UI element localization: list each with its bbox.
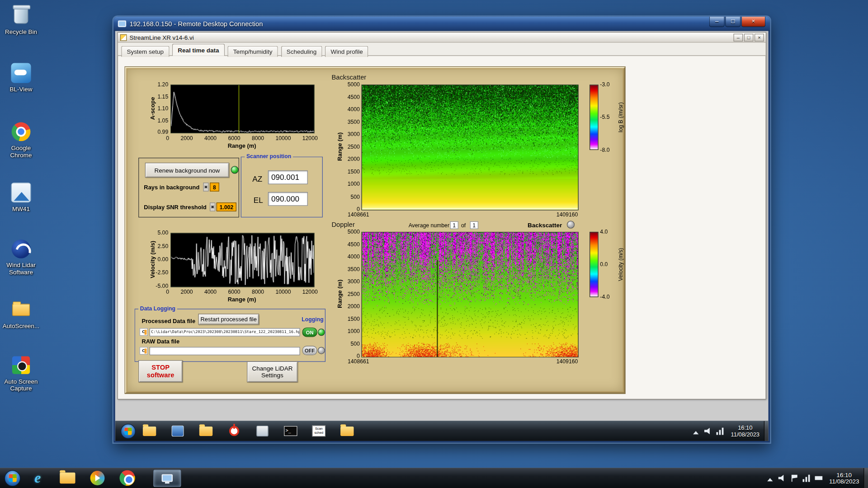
desktop-icon-google-chrome[interactable]: Google Chrome — [0, 121, 42, 159]
app-minimize-button[interactable]: – — [733, 34, 743, 42]
host-taskbar-icon-explorer[interactable] — [58, 470, 77, 487]
desktop-icon-mw41[interactable]: MW41 — [0, 182, 42, 213]
scanner-position-group: Scanner position AZ 090.001 EL 090.000 — [241, 157, 323, 218]
renew-background-button[interactable]: Renew background now — [145, 163, 229, 178]
bl-view-icon — [10, 62, 32, 84]
change-lidar-settings-button[interactable]: Change LiDAR Settings — [247, 361, 298, 383]
host-hidden-icons-arrow[interactable] — [767, 475, 773, 481]
app-titlebar[interactable]: StreamLine XR v14-6.vi – □ × — [118, 33, 766, 42]
tab-system-setup[interactable]: System setup — [121, 46, 169, 57]
snr-threshold-value[interactable]: 1.002 — [217, 202, 236, 211]
doppler-y-axis-label: Range (m) — [336, 280, 343, 308]
host-show-desktop-button[interactable] — [863, 468, 868, 488]
velocity-plot — [170, 233, 314, 287]
restart-processed-file-button[interactable]: Restart processed file — [198, 314, 259, 324]
desktop-icon-bl-view[interactable]: BL-View — [0, 62, 42, 93]
doppler-backscatter-switch[interactable] — [567, 221, 575, 229]
remote-network-icon[interactable] — [717, 427, 724, 435]
host-network-icon[interactable] — [802, 474, 810, 482]
tick-label: 5000 — [348, 229, 360, 235]
processed-logging-toggle[interactable]: ON — [302, 328, 317, 337]
auto-screen-capture-icon — [10, 354, 32, 376]
streamline-window: StreamLine XR v14-6.vi – □ × System setu… — [118, 32, 766, 399]
tick-label: 0.00 — [157, 257, 168, 262]
tick-label: 4000 — [348, 254, 360, 259]
chrome-icon — [119, 470, 135, 486]
remote-taskbar-icon-cmd[interactable]: >_ — [282, 423, 299, 440]
tick-label: 12000 — [302, 289, 318, 295]
host-taskbar-rdp-window-button[interactable] — [153, 469, 181, 487]
average-number-value[interactable]: 1 — [450, 221, 458, 229]
rdp-titlebar[interactable]: 192.168.0.150 - Remote Desktop Connectio… — [113, 17, 770, 31]
host-action-center-icon[interactable] — [790, 474, 798, 482]
el-value[interactable]: 090.000 — [268, 192, 308, 206]
az-value[interactable]: 090.001 — [268, 170, 308, 184]
tick-label: 1500 — [348, 316, 360, 322]
host-battery-icon[interactable] — [815, 474, 822, 482]
tab-wind-profile[interactable]: Wind profile — [325, 46, 368, 57]
host-taskbar-icon-chrome[interactable] — [118, 470, 137, 487]
remote-taskbar-icon-scan-sched[interactable]: Scan sched — [311, 423, 327, 440]
rays-spinner[interactable] — [203, 183, 208, 192]
remote-clock[interactable]: 16:10 11/08/2023 — [726, 424, 764, 437]
raw-path-field[interactable] — [150, 347, 300, 355]
remote-start-button[interactable] — [121, 423, 136, 438]
rays-value[interactable]: 8 — [210, 183, 219, 192]
rdp-maximize-button[interactable]: □ — [725, 17, 741, 27]
host-start-button[interactable] — [5, 470, 21, 486]
rdp-minimize-button[interactable]: – — [709, 17, 725, 27]
rdp-close-button[interactable]: × — [741, 17, 766, 27]
tick-label: 1.15 — [157, 94, 168, 99]
console-icon: >_ — [284, 426, 297, 436]
remote-clock-time: 16:10 — [731, 424, 760, 431]
tab-real-time-data[interactable]: Real time data — [172, 44, 225, 56]
folder-icon — [199, 426, 212, 436]
processed-path-field[interactable]: C:\Lidar\Data\Proc\2023\202308\20230811\… — [150, 328, 300, 336]
tab-scheduling[interactable]: Scheduling — [281, 46, 322, 57]
folder-icon — [143, 426, 156, 436]
backscatter-title: Backscatter — [331, 74, 366, 81]
host-taskbar-icon-media-player[interactable] — [88, 470, 107, 487]
ascope-x-axis-label: Range (m) — [170, 142, 313, 149]
recycle-bin-icon — [10, 5, 32, 27]
remote-taskbar-icon-folder[interactable] — [198, 423, 214, 440]
tick-label: 4000 — [204, 135, 217, 141]
remote-taskbar-icon-app[interactable] — [170, 423, 186, 440]
remote-taskbar-icon-explorer[interactable] — [141, 423, 158, 440]
tick-label: 1500 — [348, 169, 360, 174]
tick-label: 2500 — [348, 291, 360, 297]
average-total-value[interactable]: 1 — [470, 221, 478, 229]
tick-label: 10000 — [275, 289, 291, 295]
ascope-plot — [170, 84, 314, 133]
raw-logging-led — [318, 347, 325, 354]
velocity-x-ticks: 020004000600080001000012000 — [166, 289, 318, 295]
wind-lidar-icon — [10, 238, 32, 260]
host-volume-icon[interactable] — [778, 474, 786, 482]
tick-label: 3500 — [348, 119, 360, 125]
doppler-backscatter-switch-label: Backscatter — [528, 222, 562, 229]
folder-icon — [60, 473, 75, 483]
host-clock[interactable]: 16:10 11/08/2023 — [825, 471, 863, 484]
remote-taskbar-icon-folder2[interactable] — [339, 423, 355, 440]
desktop-icon-recycle-bin[interactable]: Recycle Bin — [0, 5, 42, 36]
tick-label: -4.0 — [600, 294, 609, 300]
desktop-icon-autoscreen-folder[interactable]: AutoScreen... — [0, 299, 42, 330]
host-taskbar-icon-ie[interactable]: e — [28, 470, 47, 487]
desktop-icon-wind-lidar[interactable]: Wind Lidar Software — [0, 238, 42, 276]
velocity-y-ticks: 5.002.500.00-2.50-5.00 — [150, 230, 169, 289]
desktop-icon-auto-screen-capture[interactable]: Auto Screen Capture — [0, 354, 42, 392]
remote-show-desktop-button[interactable] — [764, 421, 769, 441]
tick-label: 2.50 — [157, 244, 168, 249]
app-close-button[interactable]: × — [755, 34, 764, 42]
remote-volume-icon[interactable] — [704, 427, 712, 435]
snr-spinner[interactable] — [210, 202, 215, 211]
tab-temp-humidity[interactable]: Temp/humidity — [227, 46, 278, 57]
stop-software-button[interactable]: STOP software — [138, 360, 183, 382]
stop-button-line2: software — [147, 371, 174, 379]
remote-taskbar-icon-power[interactable] — [226, 423, 243, 440]
remote-taskbar-icon-tool[interactable] — [254, 423, 271, 440]
app-maximize-button[interactable]: □ — [744, 34, 754, 42]
raw-logging-toggle[interactable]: OFF — [302, 346, 317, 355]
remote-hidden-icons-arrow[interactable] — [693, 428, 698, 434]
remote-desktop-icon — [162, 474, 173, 482]
